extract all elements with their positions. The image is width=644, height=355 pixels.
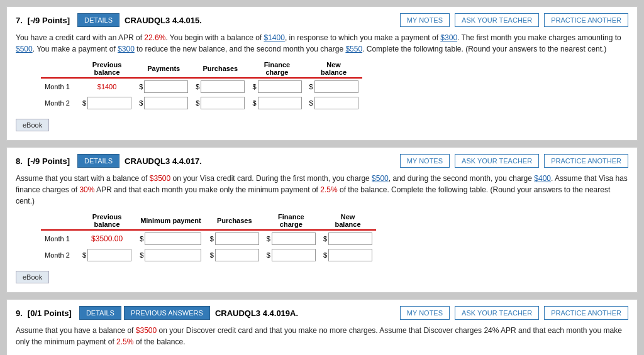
q7-month2-pay-input[interactable] — [144, 97, 188, 109]
q8-apr: 30% — [79, 185, 94, 194]
q8-month1-fin-cell: $ — [263, 230, 319, 247]
q7-dollar4: $ — [309, 83, 313, 90]
q8-dollar9: $ — [323, 251, 327, 259]
question-8: 8. [-/9 Points] DETAILS CRAUDQL3 4.4.017… — [6, 147, 638, 293]
q7-dollar8: $ — [252, 99, 256, 107]
question-7-header: 7. [-/9 Points] DETAILS CRAUDQL3 4.4.015… — [16, 13, 628, 27]
q8-month1-fin-input[interactable] — [272, 232, 316, 245]
q9-min-pay: 2.5% — [116, 337, 133, 346]
q7-dollar3: $ — [252, 83, 256, 90]
q8-col-pur: Purchases — [206, 212, 263, 230]
q8-dollar6: $ — [140, 251, 143, 259]
q7-ebook-button[interactable]: eBook — [16, 119, 49, 131]
q8-month1-new-input[interactable] — [328, 232, 372, 245]
q8-my-notes-button[interactable]: MY NOTES — [400, 154, 450, 168]
q7-month2-row: Month 2 $ $ $ $ $ — [41, 95, 362, 111]
q8-month1-pur-input[interactable] — [215, 232, 259, 245]
q7-month2-pur-input[interactable] — [201, 97, 245, 109]
q9-action-buttons: MY NOTES ASK YOUR TEACHER PRACTICE ANOTH… — [397, 306, 628, 320]
q7-month2-new-cell: $ — [306, 95, 362, 111]
q7-number: 7. — [16, 16, 23, 25]
q7-details-button[interactable]: DETAILS — [77, 13, 119, 27]
q8-ebook-button[interactable]: eBook — [16, 271, 49, 283]
question-8-header: 8. [-/9 Points] DETAILS CRAUDQL3 4.4.017… — [16, 154, 628, 168]
q7-month1-new-cell: $ — [306, 78, 362, 95]
q8-month2-label: Month 2 — [41, 247, 79, 263]
q8-month1-row: Month 1 $3500.00 $ $ $ $ — [41, 230, 376, 247]
q7-month1-fin-input[interactable] — [258, 80, 302, 93]
q7-points: [-/9 Points] — [28, 16, 70, 25]
question-7: 7. [-/9 Points] DETAILS CRAUDQL3 4.4.015… — [6, 6, 638, 141]
q8-month2-pur-input[interactable] — [215, 249, 259, 261]
q8-col-label — [41, 212, 79, 230]
q8-month1-new-cell: $ — [319, 230, 376, 247]
q8-month2-pay-input[interactable] — [145, 249, 201, 261]
q7-col-fin: Financecharge — [248, 60, 305, 78]
q7-action-buttons: MY NOTES ASK YOUR TEACHER PRACTICE ANOTH… — [397, 13, 628, 27]
q7-month1-label: Month 1 — [41, 78, 79, 95]
q8-dollar7: $ — [210, 251, 214, 259]
q8-month2-new-cell: $ — [319, 247, 376, 263]
q9-my-notes-button[interactable]: MY NOTES — [400, 306, 450, 320]
q8-number: 8. — [16, 156, 23, 166]
q7-apr: 22.6% — [144, 33, 165, 42]
q7-month1-prev: $1400 — [79, 78, 135, 95]
q7-month1-row: Month 1 $1400 $ $ $ $ — [41, 78, 362, 95]
q8-dollar2: $ — [210, 235, 214, 243]
q7-month2-fin-cell: $ — [248, 95, 305, 111]
q7-charges2: $550 — [345, 45, 362, 53]
q7-month2-fin-input[interactable] — [258, 97, 302, 109]
q7-month2-prev-input[interactable] — [87, 97, 131, 109]
q7-ask-teacher-button[interactable]: ASK YOUR TEACHER — [455, 13, 539, 27]
q9-practice-button[interactable]: PRACTICE ANOTHER — [544, 306, 628, 320]
q8-table-container: Previousbalance Minimum payment Purchase… — [41, 212, 628, 263]
question-9: 9. [0/1 Points] DETAILS PREVIOUS ANSWERS… — [6, 299, 638, 355]
q8-action-buttons: MY NOTES ASK YOUR TEACHER PRACTICE ANOTH… — [397, 154, 628, 168]
q8-col-fin: Financecharge — [263, 212, 319, 230]
q8-month1-prev: $3500.00 — [79, 230, 135, 247]
q8-month2-prev-cell: $ — [79, 247, 135, 263]
q8-prev-value: $3500.00 — [91, 234, 123, 243]
q7-month1-pur-input[interactable] — [201, 80, 245, 93]
q7-balance: $1400 — [264, 33, 285, 42]
q8-col-new: Newbalance — [319, 212, 376, 230]
q7-practice-button[interactable]: PRACTICE ANOTHER — [544, 13, 628, 27]
q9-code: CRAUDQL3 4.4.019A. — [215, 309, 298, 318]
q7-col-pay: Payments — [135, 60, 192, 78]
q7-month2-label: Month 2 — [41, 95, 79, 111]
q8-points: [-/9 Points] — [28, 156, 70, 166]
q7-month2-prev-cell: $ — [79, 95, 135, 111]
q8-ask-teacher-button[interactable]: ASK YOUR TEACHER — [455, 154, 539, 168]
q9-text: Assume that you have a balance of $3500 … — [16, 325, 628, 347]
q9-details-button[interactable]: DETAILS — [79, 306, 121, 320]
q7-month1-fin-cell: $ — [248, 78, 305, 95]
q9-ask-teacher-button[interactable]: ASK YOUR TEACHER — [455, 306, 539, 320]
q7-col-new: Newbalance — [306, 60, 362, 78]
q8-col-prev: Previousbalance — [79, 212, 135, 230]
q7-col-pur: Purchases — [192, 60, 248, 78]
q8-details-button[interactable]: DETAILS — [77, 154, 119, 168]
q9-prev-answers-button[interactable]: PREVIOUS ANSWERS — [124, 306, 210, 320]
q8-min-pay: 2.5% — [320, 185, 337, 194]
q7-my-notes-button[interactable]: MY NOTES — [400, 13, 450, 27]
q7-month2-new-input[interactable] — [314, 97, 358, 109]
q8-month2-fin-cell: $ — [263, 247, 319, 263]
q8-practice-button[interactable]: PRACTICE ANOTHER — [544, 154, 628, 168]
q7-month1-pay-input[interactable] — [144, 80, 188, 93]
q8-month1-pay-input[interactable] — [145, 232, 201, 245]
q8-col-pay: Minimum payment — [135, 212, 206, 230]
q8-month2-fin-input[interactable] — [272, 249, 316, 261]
q8-month2-new-input[interactable] — [328, 249, 372, 261]
q7-dollar9: $ — [309, 99, 313, 107]
q7-month1-pay-cell: $ — [135, 78, 192, 95]
q7-month1-new-input[interactable] — [314, 80, 358, 93]
q7-month1-pur-cell: $ — [192, 78, 248, 95]
q7-dollar1: $ — [139, 83, 143, 90]
q8-month2-prev-input[interactable] — [87, 249, 131, 261]
q7-month2-pur-cell: $ — [192, 95, 248, 111]
q7-col-label — [41, 60, 79, 78]
q7-code: CRAUDQL3 4.4.015. — [125, 16, 202, 25]
q8-dollar5: $ — [82, 251, 86, 259]
q7-dollar7: $ — [196, 99, 199, 107]
q8-month1-pur-cell: $ — [206, 230, 263, 247]
